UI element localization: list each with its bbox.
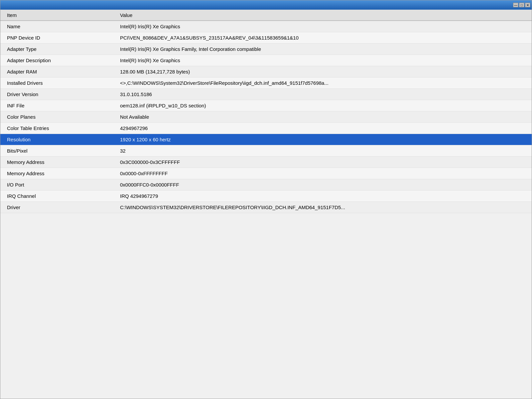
maximize-button[interactable]: □ — [519, 3, 524, 7]
row-value: 31.0.101.5186 — [113, 89, 532, 100]
row-item-label: IRQ Channel — [0, 191, 113, 201]
row-item-label: Color Planes — [0, 111, 113, 122]
row-value: 0x3C000000-0x3CFFFFFF — [113, 157, 532, 168]
row-item-label: Adapter Description — [0, 55, 113, 66]
table-row[interactable]: DriverC:\WINDOWS\SYSTEM32\DRIVERSTORE\FI… — [0, 202, 532, 213]
row-item-label: Memory Address — [0, 168, 113, 179]
row-item-label: Memory Address — [0, 157, 113, 168]
row-value: 32 — [113, 145, 532, 156]
table-row[interactable]: Memory Address0x0000-0xFFFFFFFF — [0, 168, 532, 179]
row-item-label: Adapter RAM — [0, 66, 113, 77]
table-row[interactable]: IRQ ChannelIRQ 4294967279 — [0, 191, 532, 202]
row-value: IRQ 4294967279 — [113, 191, 532, 201]
row-value: Intel(R) Iris(R) Xe Graphics — [113, 21, 532, 32]
row-value: 0x0000FFC0-0x0000FFFF — [113, 179, 532, 190]
properties-table: ItemValueNameIntel(R) Iris(R) Xe Graphic… — [0, 10, 532, 213]
row-item-label: Bits/Pixel — [0, 145, 113, 156]
title-bar: — □ ✕ — [0, 0, 532, 10]
table-row[interactable]: Installed Drivers<>,C:\WINDOWS\System32\… — [0, 77, 532, 89]
row-item-label: Adapter Type — [0, 44, 113, 55]
column-header-value: Value — [113, 10, 532, 20]
column-header-item: Item — [0, 10, 113, 20]
table-row[interactable]: PNP Device IDPCI\VEN_8086&DEV_A7A1&SUBSY… — [0, 32, 532, 44]
content-area: ItemValueNameIntel(R) Iris(R) Xe Graphic… — [0, 10, 532, 213]
row-item-label: I/O Port — [0, 179, 113, 190]
row-item-label: INF File — [0, 100, 113, 111]
table-header-row: ItemValue — [0, 10, 532, 21]
row-value: Not Available — [113, 111, 532, 122]
row-value: 4294967296 — [113, 123, 532, 134]
row-value: 128.00 MB (134,217,728 bytes) — [113, 66, 532, 77]
table-row[interactable]: Resolution1920 x 1200 x 60 hertz — [0, 134, 532, 145]
row-value: 0x0000-0xFFFFFFFF — [113, 168, 532, 179]
table-row[interactable]: Driver Version31.0.101.5186 — [0, 89, 532, 100]
table-row[interactable]: Color PlanesNot Available — [0, 111, 532, 123]
table-row[interactable]: Adapter TypeIntel(R) Iris(R) Xe Graphics… — [0, 44, 532, 55]
row-value: oem128.inf (iRPLPD_w10_DS section) — [113, 100, 532, 111]
row-item-label: Driver — [0, 202, 113, 213]
table-row[interactable]: NameIntel(R) Iris(R) Xe Graphics — [0, 21, 532, 32]
row-value: 1920 x 1200 x 60 hertz — [113, 134, 532, 145]
table-row[interactable]: Adapter RAM128.00 MB (134,217,728 bytes) — [0, 66, 532, 77]
title-bar-buttons: — □ ✕ — [513, 3, 530, 7]
row-item-label: Name — [0, 21, 113, 32]
row-value: <>,C:\WINDOWS\System32\DriverStore\FileR… — [113, 77, 532, 88]
row-item-label: PNP Device ID — [0, 32, 113, 43]
close-button[interactable]: ✕ — [525, 3, 530, 7]
row-value: PCI\VEN_8086&DEV_A7A1&SUBSYS_231517AA&RE… — [113, 32, 532, 43]
table-row[interactable]: Memory Address0x3C000000-0x3CFFFFFF — [0, 157, 532, 168]
table-row[interactable]: Bits/Pixel32 — [0, 145, 532, 157]
row-item-label: Color Table Entries — [0, 123, 113, 134]
minimize-button[interactable]: — — [513, 3, 518, 7]
window: — □ ✕ ItemValueNameIntel(R) Iris(R) Xe G… — [0, 0, 532, 399]
row-value: Intel(R) Iris(R) Xe Graphics Family, Int… — [113, 44, 532, 55]
row-item-label: Resolution — [0, 134, 113, 145]
row-item-label: Installed Drivers — [0, 77, 113, 88]
table-row[interactable]: INF Fileoem128.inf (iRPLPD_w10_DS sectio… — [0, 100, 532, 111]
row-item-label: Driver Version — [0, 89, 113, 100]
table-row[interactable]: Color Table Entries4294967296 — [0, 123, 532, 134]
table-row[interactable]: I/O Port0x0000FFC0-0x0000FFFF — [0, 179, 532, 191]
row-value: Intel(R) Iris(R) Xe Graphics — [113, 55, 532, 66]
row-value: C:\WINDOWS\SYSTEM32\DRIVERSTORE\FILEREPO… — [113, 202, 532, 213]
table-row[interactable]: Adapter DescriptionIntel(R) Iris(R) Xe G… — [0, 55, 532, 66]
